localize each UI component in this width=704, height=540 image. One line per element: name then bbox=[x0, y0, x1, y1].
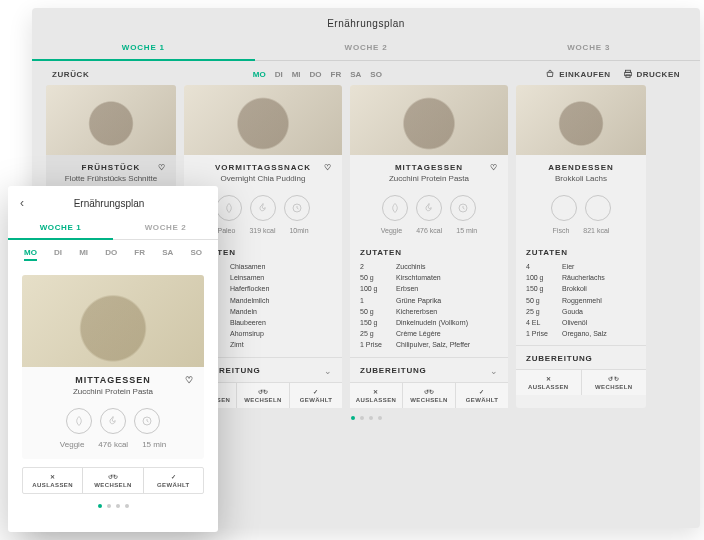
chevron-down-icon: ⌄ bbox=[324, 366, 332, 376]
phone-meal-image bbox=[22, 275, 204, 367]
preparation-label: ZUBEREITUNG bbox=[526, 354, 593, 363]
day-di[interactable]: DI bbox=[275, 70, 283, 79]
heart-icon[interactable]: ♡ bbox=[490, 163, 498, 172]
skip-button[interactable]: ✕AUSLASSEN bbox=[350, 383, 403, 408]
stat-icons bbox=[350, 191, 508, 227]
check-icon: ✓ bbox=[313, 388, 318, 395]
phone-day-fr[interactable]: FR bbox=[134, 248, 145, 261]
phone-day-di[interactable]: DI bbox=[54, 248, 62, 261]
swap-button[interactable]: ↺↻WECHSELN bbox=[582, 370, 647, 395]
phone-day-do[interactable]: DO bbox=[105, 248, 117, 261]
day-mo[interactable]: MO bbox=[253, 70, 266, 79]
leaf-icon bbox=[216, 195, 242, 221]
dot[interactable] bbox=[125, 504, 129, 508]
time-value: 10min bbox=[289, 227, 308, 234]
check-icon: ✓ bbox=[479, 388, 484, 395]
swap-button[interactable]: ↺↻WECHSELN bbox=[403, 383, 456, 408]
phone-tab-week-2[interactable]: WOCHE 2 bbox=[113, 216, 218, 239]
flame-icon bbox=[250, 195, 276, 221]
ingredients-heading: ZUTATEN bbox=[350, 242, 508, 261]
dot[interactable] bbox=[360, 416, 364, 420]
meal-image bbox=[184, 85, 342, 155]
diet-value: Veggie bbox=[60, 440, 84, 449]
swap-icon: ↺↻ bbox=[258, 388, 269, 395]
meal-name: VORMITTAGSSNACK♡ bbox=[184, 155, 342, 174]
phone-swap-button[interactable]: ↺↻WECHSELN bbox=[83, 468, 143, 493]
phone-stat-values: Veggie 476 kcal 15 min bbox=[22, 440, 204, 459]
heart-icon[interactable]: ♡ bbox=[324, 163, 332, 172]
meal-card: ABENDESSEN Brokkoli Lachs Fisch 821 kcal… bbox=[516, 85, 646, 408]
print-button[interactable]: DRUCKEN bbox=[623, 69, 681, 79]
dot[interactable] bbox=[369, 416, 373, 420]
dot[interactable] bbox=[378, 416, 382, 420]
ingredient-list: 4Eier 100 gRäucherlachs 150 gBrokkoli 50… bbox=[516, 261, 646, 339]
dot[interactable] bbox=[98, 504, 102, 508]
shop-button[interactable]: EINKAUFEN bbox=[545, 69, 610, 79]
swap-button[interactable]: ↺↻WECHSELN bbox=[237, 383, 290, 408]
print-label: DRUCKEN bbox=[637, 70, 681, 79]
dot[interactable] bbox=[351, 416, 355, 420]
phone-day-sa[interactable]: SA bbox=[162, 248, 173, 261]
kcal-value: 821 kcal bbox=[583, 227, 609, 234]
tab-week-1[interactable]: WOCHE 1 bbox=[32, 35, 255, 60]
tab-week-3[interactable]: WOCHE 3 bbox=[477, 35, 700, 60]
time-value: 15 min bbox=[456, 227, 477, 234]
ingredient-list: 2Zucchinis 50 gKirschtomaten 100 gErbsen… bbox=[350, 261, 508, 351]
meal-image bbox=[46, 85, 176, 155]
dot[interactable] bbox=[116, 504, 120, 508]
meal-card: MITTAGESSEN♡ Zucchini Protein Pasta Vegg… bbox=[350, 85, 508, 408]
preparation-toggle[interactable]: ZUBEREITUNG ⌄ bbox=[350, 357, 508, 382]
day-fr[interactable]: FR bbox=[331, 70, 342, 79]
day-do[interactable]: DO bbox=[310, 70, 322, 79]
shop-label: EINKAUFEN bbox=[559, 70, 610, 79]
stat-values: Veggie 476 kcal 15 min bbox=[350, 227, 508, 242]
phone-card-actions: ✕AUSLASSEN ↺↻WECHSELN ✓GEWÄHLT bbox=[22, 467, 204, 494]
close-icon: ✕ bbox=[373, 388, 378, 395]
day-so[interactable]: SO bbox=[370, 70, 382, 79]
tab-week-2[interactable]: WOCHE 2 bbox=[255, 35, 478, 60]
header-row: ZURÜCK MO DI MI DO FR SA SO EINKAUFEN DR… bbox=[32, 61, 700, 85]
phone-pick-button[interactable]: ✓GEWÄHLT bbox=[144, 468, 203, 493]
chevron-down-icon: ⌄ bbox=[490, 366, 498, 376]
heart-icon[interactable]: ♡ bbox=[158, 163, 166, 172]
phone-week-tabs: WOCHE 1 WOCHE 2 bbox=[8, 216, 218, 240]
printer-icon bbox=[623, 69, 633, 79]
phone-tab-week-1[interactable]: WOCHE 1 bbox=[8, 216, 113, 239]
recipe-name: Zucchini Protein Pasta bbox=[350, 174, 508, 191]
phone-recipe-name: Zucchini Protein Pasta bbox=[22, 387, 204, 404]
phone-skip-button[interactable]: ✕AUSLASSEN bbox=[23, 468, 83, 493]
day-mi[interactable]: MI bbox=[292, 70, 301, 79]
flame-icon bbox=[585, 195, 611, 221]
dot[interactable] bbox=[107, 504, 111, 508]
phone-day-mo[interactable]: MO bbox=[24, 248, 37, 261]
back-button[interactable]: ZURÜCK bbox=[52, 70, 89, 79]
pick-button[interactable]: ✓GEWÄHLT bbox=[456, 383, 508, 408]
phone-meal-name: MITTAGESSEN♡ bbox=[22, 367, 204, 387]
time-value: 15 min bbox=[142, 440, 166, 449]
ingredients-heading: ZUTATEN bbox=[516, 242, 646, 261]
recipe-name: Brokkoli Lachs bbox=[516, 174, 646, 191]
leaf-icon bbox=[66, 408, 92, 434]
meal-name: ABENDESSEN bbox=[516, 155, 646, 174]
phone-day-picker: MO DI MI DO FR SA SO bbox=[8, 240, 218, 269]
stat-values: Fisch 821 kcal bbox=[516, 227, 646, 242]
skip-button[interactable]: ✕AUSLASSEN bbox=[516, 370, 582, 395]
phone-carousel-dots bbox=[8, 494, 218, 512]
flame-icon bbox=[416, 195, 442, 221]
diet-value: Veggie bbox=[381, 227, 402, 234]
flame-icon bbox=[100, 408, 126, 434]
phone-day-so[interactable]: SO bbox=[190, 248, 202, 261]
svg-rect-2 bbox=[625, 75, 629, 78]
phone-title: Ernährungsplan bbox=[12, 198, 206, 209]
check-icon: ✓ bbox=[171, 473, 176, 480]
kcal-value: 319 kcal bbox=[249, 227, 275, 234]
header-actions: EINKAUFEN DRUCKEN bbox=[545, 69, 680, 79]
kcal-value: 476 kcal bbox=[98, 440, 128, 449]
diet-value: Paleo bbox=[217, 227, 235, 234]
pick-button[interactable]: ✓GEWÄHLT bbox=[290, 383, 342, 408]
preparation-toggle[interactable]: ZUBEREITUNG bbox=[516, 345, 646, 369]
close-icon: ✕ bbox=[50, 473, 55, 480]
phone-day-mi[interactable]: MI bbox=[79, 248, 88, 261]
heart-icon[interactable]: ♡ bbox=[185, 375, 194, 385]
day-sa[interactable]: SA bbox=[350, 70, 361, 79]
